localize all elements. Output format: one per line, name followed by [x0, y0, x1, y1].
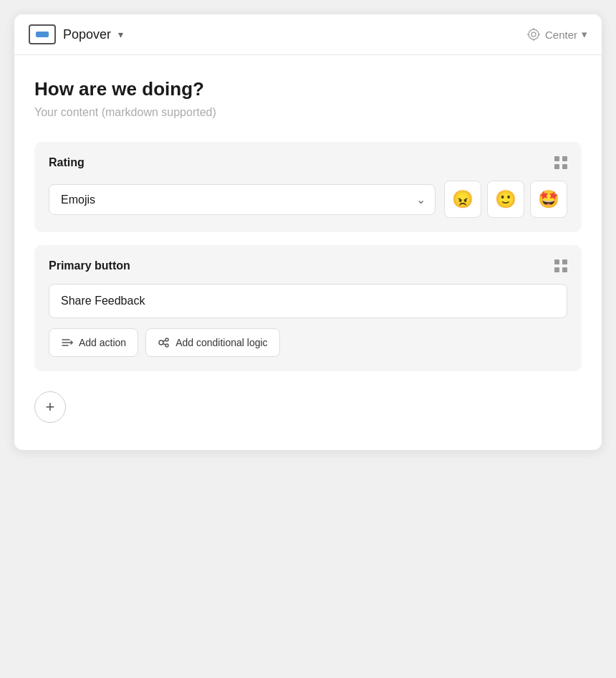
svg-line-12 [163, 340, 165, 342]
component-icon [29, 24, 56, 44]
svg-line-13 [163, 344, 165, 345]
rating-row: Emojis ⌄ 😠 🙂 🤩 [49, 181, 567, 218]
add-block-icon: + [46, 398, 55, 416]
add-conditional-label: Add conditional logic [175, 337, 267, 348]
primary-button-section-header: Primary button [49, 259, 567, 272]
main-content: How are we doing? Your content (markdown… [14, 55, 602, 450]
page-title: How are we doing? [34, 78, 582, 100]
rating-section: Rating Emojis ⌄ 😠 🙂 [34, 142, 582, 232]
svg-point-0 [529, 29, 539, 39]
popover-dropdown-arrow[interactable]: ▾ [118, 29, 123, 40]
menu-dot [554, 267, 559, 272]
rating-menu-icon[interactable] [554, 156, 567, 169]
primary-button-text-input[interactable] [49, 284, 567, 318]
add-conditional-icon [158, 336, 170, 349]
rating-section-title: Rating [49, 156, 85, 169]
position-dropdown-arrow[interactable]: ▾ [582, 28, 587, 41]
rating-select[interactable]: Emojis [49, 184, 435, 215]
add-action-icon [61, 336, 74, 349]
emoji-btn-smile[interactable]: 🙂 [487, 181, 524, 218]
add-action-label: Add action [79, 337, 126, 348]
menu-dot [554, 259, 559, 264]
svg-point-1 [531, 32, 536, 37]
emoji-btn-angry[interactable]: 😠 [444, 181, 481, 218]
rating-select-wrapper: Emojis ⌄ [49, 184, 435, 215]
primary-button-section: Primary button Add act [34, 245, 582, 371]
emoji-btn-star[interactable]: 🤩 [530, 181, 567, 218]
component-icon-inner [36, 32, 49, 37]
header-title: Popover [63, 27, 111, 42]
main-panel: Popover ▾ Center ▾ How are we doing? You… [14, 14, 602, 450]
add-conditional-logic-button[interactable]: Add conditional logic [145, 328, 279, 357]
rating-section-header: Rating [49, 156, 567, 169]
add-block-button[interactable]: + [34, 391, 66, 423]
page-subtitle: Your content (markdown supported) [34, 106, 582, 119]
header: Popover ▾ Center ▾ [14, 14, 602, 55]
menu-dot [562, 259, 567, 264]
action-buttons: Add action Add conditional logic [49, 328, 567, 357]
position-label: Center [545, 29, 577, 41]
primary-button-section-title: Primary button [49, 259, 130, 272]
primary-button-menu-icon[interactable] [554, 259, 567, 272]
svg-point-11 [165, 344, 168, 347]
menu-dot [562, 267, 567, 272]
svg-point-9 [159, 340, 163, 345]
menu-dot [562, 156, 567, 161]
target-icon [526, 27, 541, 42]
menu-dot [554, 164, 559, 169]
header-right[interactable]: Center ▾ [526, 27, 587, 42]
header-left: Popover ▾ [29, 24, 123, 44]
menu-dot [554, 156, 559, 161]
svg-point-10 [165, 338, 168, 341]
menu-dot [562, 164, 567, 169]
emoji-buttons: 😠 🙂 🤩 [444, 181, 567, 218]
add-block-section: + [34, 384, 582, 430]
add-action-button[interactable]: Add action [49, 328, 138, 357]
